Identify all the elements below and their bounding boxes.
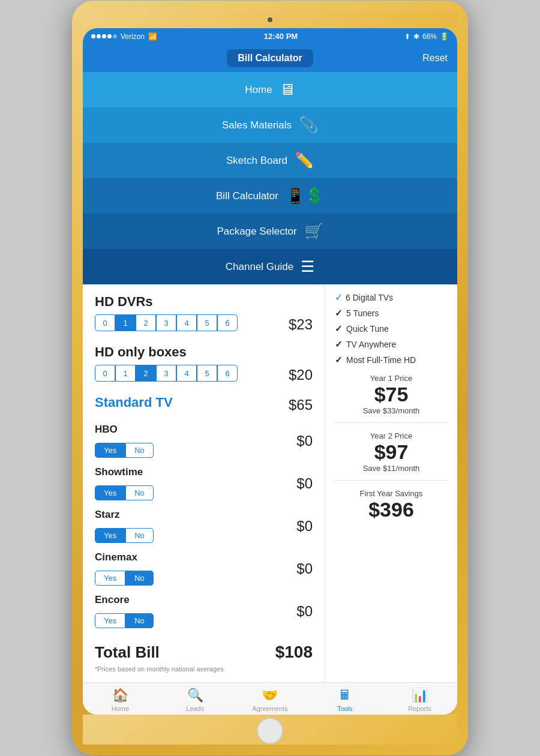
feature-tvanywhere-label: TV Anywhere: [346, 340, 396, 349]
tab-tools[interactable]: 🖩 Tools: [307, 688, 382, 712]
starz-left: Starz Yes No: [95, 509, 154, 543]
showtime-price: $0: [296, 475, 313, 492]
encore-yes[interactable]: Yes: [95, 613, 125, 628]
year1-price: $75: [335, 383, 448, 406]
year2-label: Year 2 Price: [335, 431, 448, 440]
panel-divider: [335, 422, 448, 423]
sales-menu-label: Sales Materials: [222, 119, 292, 131]
encore-label: Encore: [95, 594, 154, 606]
hd-count-4[interactable]: 4: [176, 365, 197, 382]
dot2: [97, 34, 101, 38]
feature-quicktune: ✓ Quick Tune: [335, 323, 448, 334]
standard-tv-price: $65: [289, 397, 313, 413]
main-content: HD DVRs 0 1 2 3 4 5 6 $23: [83, 284, 457, 682]
dvr-count-1[interactable]: 1: [115, 314, 136, 331]
hbo-no[interactable]: No: [125, 443, 154, 458]
hd-count-2[interactable]: 2: [136, 365, 156, 382]
cinemax-row: Cinemax Yes No $0: [95, 551, 313, 586]
camera-dot: [268, 17, 272, 22]
carrier-label: Verizon: [121, 32, 145, 41]
hbo-yes[interactable]: Yes: [95, 443, 125, 458]
cinemax-yes[interactable]: Yes: [95, 571, 125, 586]
dvr-count-6[interactable]: 6: [217, 314, 238, 331]
hd-dvrs-price: $23: [289, 316, 313, 333]
home-menu-label: Home: [245, 84, 272, 96]
dvr-count-4[interactable]: 4: [176, 314, 197, 331]
dot1: [91, 34, 95, 38]
nav-title: Bill Calculator: [227, 49, 313, 67]
starz-price: $0: [296, 518, 313, 535]
reset-button[interactable]: Reset: [422, 53, 448, 64]
right-panel: ✓ 6 Digital TVs ✓ 5 Tuners ✓ Quick Tune …: [325, 284, 457, 682]
hd-dvrs-counter: 0 1 2 3 4 5 6: [95, 314, 238, 331]
menu-item-sketch[interactable]: Sketch Board ✏️: [83, 143, 457, 178]
cinemax-price: $0: [296, 560, 313, 577]
encore-row: Encore Yes No $0: [95, 594, 313, 628]
status-right: ⬆ ✱ 66% 🔋: [404, 32, 449, 41]
hd-count-1[interactable]: 1: [115, 365, 136, 382]
cinemax-label: Cinemax: [95, 551, 154, 563]
bill-menu-icon: 📱💲: [286, 187, 324, 205]
tab-agreements-label: Agreements: [252, 705, 287, 712]
total-bill-row: Total Bill $108: [95, 637, 313, 662]
year1-save: Save $33/month: [335, 406, 448, 415]
tab-home-label: Home: [112, 705, 129, 712]
nav-bar: Bill Calculator Reset: [83, 44, 457, 72]
dvr-count-0[interactable]: 0: [95, 314, 115, 331]
year2-price: $97: [335, 440, 448, 464]
tab-leads-icon: 🔍: [187, 688, 203, 703]
battery-label: 66%: [422, 32, 437, 41]
showtime-yes[interactable]: Yes: [95, 485, 125, 500]
tablet-screen: Verizon 📶 12:40 PM ⬆ ✱ 66% 🔋 Bill Calcul…: [83, 28, 457, 715]
tab-reports[interactable]: 📊 Reports: [382, 688, 457, 712]
tab-home[interactable]: 🏠 Home: [83, 688, 158, 712]
menu-item-channel[interactable]: Channel Guide ☰: [83, 249, 457, 284]
cinemax-no[interactable]: No: [125, 571, 154, 586]
year1-price-block: Year 1 Price $75 Save $33/month: [335, 374, 448, 415]
hbo-row: HBO Yes No $0: [95, 424, 313, 458]
hd-count-6[interactable]: 6: [217, 365, 238, 382]
hd-only-row: HD only boxes 0 1 2 3 4 5 6 $20: [95, 344, 313, 385]
dvr-count-5[interactable]: 5: [197, 314, 217, 331]
total-bill-price: $108: [275, 643, 313, 662]
starz-yes[interactable]: Yes: [95, 528, 125, 543]
tablet-top-bezel: [83, 11, 457, 28]
tab-agreements[interactable]: 🤝 Agreements: [233, 688, 308, 712]
tab-bar: 🏠 Home 🔍 Leads 🤝 Agreements 🖩 Tools 📊 Re…: [83, 682, 457, 715]
wifi-icon: 📶: [148, 32, 157, 41]
menu-item-sales[interactable]: Sales Materials 📎: [83, 107, 457, 143]
starz-label: Starz: [95, 509, 154, 521]
showtime-label: Showtime: [95, 466, 154, 478]
first-year-price: $396: [335, 498, 448, 521]
hd-only-counter: 0 1 2 3 4 5 6: [95, 365, 238, 382]
tab-leads[interactable]: 🔍 Leads: [158, 688, 233, 712]
signal-dots: [91, 34, 117, 38]
hd-count-3[interactable]: 3: [156, 365, 176, 382]
encore-toggle: Yes No: [95, 613, 154, 628]
encore-no[interactable]: No: [125, 613, 154, 628]
starz-row: Starz Yes No $0: [95, 509, 313, 543]
dvr-count-2[interactable]: 2: [136, 314, 156, 331]
showtime-no[interactable]: No: [125, 485, 154, 500]
home-button[interactable]: [257, 718, 283, 744]
status-bar: Verizon 📶 12:40 PM ⬆ ✱ 66% 🔋: [83, 28, 457, 44]
cinemax-toggle: Yes No: [95, 571, 154, 586]
menu-item-package[interactable]: Package Selector 🛒: [83, 214, 457, 249]
hd-count-5[interactable]: 5: [197, 365, 217, 382]
menu-item-bill[interactable]: Bill Calculator 📱💲: [83, 178, 457, 214]
hd-count-0[interactable]: 0: [95, 365, 115, 382]
home-menu-icon: 🖥: [280, 80, 295, 99]
sketch-menu-label: Sketch Board: [226, 155, 287, 167]
hd-dvrs-label: HD DVRs: [95, 294, 313, 310]
tab-home-icon: 🏠: [112, 688, 128, 703]
hbo-price: $0: [296, 433, 313, 449]
menu-item-home[interactable]: Home 🖥: [83, 72, 457, 107]
dot4: [107, 34, 112, 38]
location-icon: ⬆: [404, 32, 410, 41]
tablet-device: Verizon 📶 12:40 PM ⬆ ✱ 66% 🔋 Bill Calcul…: [72, 1, 468, 755]
dvr-count-3[interactable]: 3: [156, 314, 176, 331]
status-left: Verizon 📶: [91, 32, 157, 41]
sketch-menu-icon: ✏️: [295, 151, 314, 170]
status-time: 12:40 PM: [264, 32, 298, 41]
starz-no[interactable]: No: [125, 528, 154, 543]
